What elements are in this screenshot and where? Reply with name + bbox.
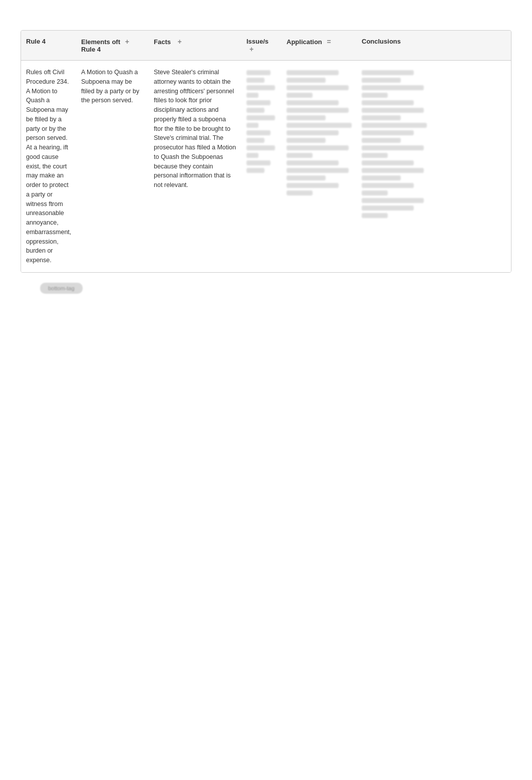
cell-rule4: Rules oft Civil Procedure 234. A Motion … [21,66,76,267]
header-facts: Facts + [149,36,241,48]
application-blurred [287,70,352,196]
table-body-row: Rules oft Civil Procedure 234. A Motion … [21,61,511,272]
header-elements: Elements oft + Rule 4 [76,36,149,55]
cell-issues [241,66,282,177]
cell-application [282,66,357,200]
conclusions-blurred [362,70,427,218]
bottom-tag: bottom-tag [40,283,83,294]
header-elements-sub: Rule 4 [81,46,101,53]
equals-icon: = [326,36,332,48]
plus-icon-1: + [124,36,130,48]
cell-facts: Steve Stealer's criminal attorney wants … [149,66,241,192]
plus-icon-2: + [177,36,183,48]
issues-blurred [246,70,277,173]
main-table: Rule 4 Elements oft + Rule 4 Facts + Iss… [21,30,511,273]
cell-conclusions [357,66,432,223]
header-rule4: Rule 4 [21,36,76,47]
table-header: Rule 4 Elements oft + Rule 4 Facts + Iss… [21,31,511,61]
header-issues: Issue/s + [241,36,282,55]
cell-elements: A Motion to Quash a Subpoena may be ftil… [76,66,149,107]
header-elements-label: Elements oft [81,38,120,46]
plus-icon-3: + [248,43,254,55]
header-conclusions: Conclusions [357,36,432,47]
header-application: Application = [282,36,357,48]
